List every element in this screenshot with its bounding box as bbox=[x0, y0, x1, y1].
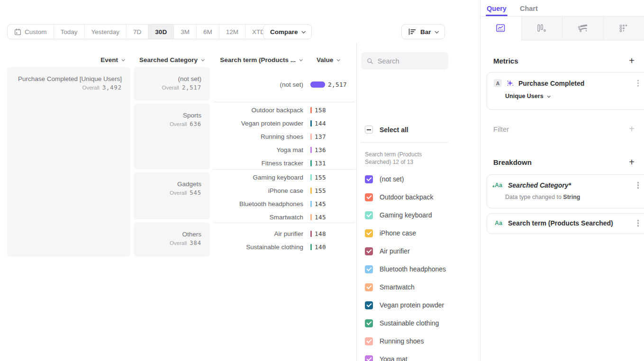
term-group-1: Outdoor backpack158Vegan protein powder1… bbox=[213, 102, 355, 169]
breakdown-card-searched-category[interactable]: Aa* Searched Category* Data type changed… bbox=[487, 174, 644, 208]
tab-chart[interactable]: Chart bbox=[520, 5, 538, 16]
category-overall-value: 2,517 bbox=[182, 84, 201, 91]
legend-checkbox[interactable] bbox=[365, 319, 373, 327]
date-range-7d[interactable]: 7D bbox=[126, 25, 148, 39]
viz-tab-funnels[interactable] bbox=[521, 17, 562, 40]
legend-checkbox[interactable] bbox=[365, 175, 373, 183]
legend-item[interactable]: Yoga mat bbox=[361, 350, 456, 361]
legend-checkbox[interactable] bbox=[365, 301, 373, 309]
term-row[interactable]: iPhone case155 bbox=[213, 184, 355, 197]
term-row[interactable]: Fitness tracker131 bbox=[213, 156, 355, 170]
chart-type-button[interactable]: Bar bbox=[401, 24, 445, 39]
legend-item[interactable]: Smartwatch bbox=[361, 278, 456, 296]
legend-item[interactable]: Air purifier bbox=[361, 242, 456, 260]
add-metric-button[interactable]: + bbox=[629, 56, 635, 65]
legend-item[interactable]: Bluetooth headphones bbox=[361, 260, 456, 278]
date-range-3m[interactable]: 3M bbox=[173, 25, 196, 39]
legend-item[interactable]: Sustainable clothing bbox=[361, 314, 456, 332]
add-breakdown-button[interactable]: + bbox=[629, 157, 635, 167]
tab-query[interactable]: Query bbox=[487, 5, 507, 16]
value-label: 155 bbox=[315, 174, 326, 181]
chevron-down-icon bbox=[299, 58, 303, 61]
value-label: 145 bbox=[315, 214, 326, 221]
legend-checkbox[interactable] bbox=[365, 283, 373, 291]
app-root: CustomTodayYesterday7D30D3M6M12MXTD Comp… bbox=[0, 0, 644, 361]
term-row[interactable]: Yoga mat136 bbox=[213, 143, 355, 156]
category-cell-0[interactable]: (not set)Overall2,517 bbox=[134, 67, 210, 100]
date-range-30d[interactable]: 30D bbox=[148, 25, 173, 39]
category-cell-2[interactable]: GadgetsOverall545 bbox=[134, 172, 210, 219]
category-overall-value: 384 bbox=[190, 240, 201, 246]
breakdown-more-options-icon[interactable] bbox=[637, 222, 639, 224]
term-row[interactable]: Gaming keyboard155 bbox=[213, 171, 355, 184]
legend-item-label: Running shoes bbox=[380, 337, 424, 345]
column-header-searched-category[interactable]: Searched Category bbox=[134, 55, 204, 64]
legend-checkbox[interactable] bbox=[365, 193, 373, 201]
legend-search-box bbox=[361, 52, 448, 70]
legend-item[interactable]: Running shoes bbox=[361, 332, 456, 350]
insights-chart-icon bbox=[496, 24, 505, 32]
breakdown-card-search-term[interactable]: Aa Search term (Products Searched) bbox=[487, 213, 644, 234]
select-all-row[interactable]: Select all bbox=[365, 126, 408, 134]
breakdown-property-name: Search term (Products Searched) bbox=[508, 219, 630, 227]
chevron-down-icon bbox=[201, 58, 205, 61]
date-range-label: 12M bbox=[226, 28, 238, 36]
legend-item[interactable]: Outdoor backpack bbox=[361, 188, 456, 206]
legend-checkbox[interactable] bbox=[365, 211, 373, 219]
column-header-value[interactable]: Value bbox=[317, 55, 341, 64]
legend-checkbox[interactable] bbox=[365, 265, 373, 273]
term-row[interactable]: Sustainable clothing140 bbox=[213, 240, 355, 253]
term-row[interactable]: Smartwatch145 bbox=[213, 210, 355, 224]
term-label: Air purifier bbox=[213, 230, 303, 237]
date-range-6m[interactable]: 6M bbox=[196, 25, 219, 39]
date-range-today[interactable]: Today bbox=[54, 25, 84, 39]
metric-card[interactable]: A Purchase Completed Unique Users bbox=[487, 72, 644, 110]
date-range-label: 3M bbox=[181, 28, 190, 36]
date-range-custom[interactable]: Custom bbox=[8, 25, 54, 39]
column-header-search-term[interactable]: Search term (Products ... bbox=[213, 55, 302, 64]
overall-label: Overall bbox=[170, 240, 187, 246]
term-row[interactable]: Bluetooth headphones145 bbox=[213, 197, 355, 210]
metrics-header: Metrics + bbox=[493, 56, 635, 65]
date-range-label: 6M bbox=[203, 28, 212, 36]
string-property-icon: Aa* bbox=[494, 182, 503, 189]
term-row[interactable]: Air purifier148 bbox=[213, 227, 355, 240]
legend-checkbox[interactable] bbox=[365, 247, 373, 255]
dots-grid-icon bbox=[619, 24, 628, 32]
legend-item[interactable]: iPhone case bbox=[361, 224, 456, 242]
overall-label: Overall bbox=[170, 190, 187, 196]
event-cell[interactable]: Purchase Completed [Unique Users] Overal… bbox=[7, 67, 130, 257]
category-cell-3[interactable]: OthersOverall384 bbox=[134, 223, 210, 257]
aggregation-selector[interactable]: Unique Users bbox=[487, 87, 644, 99]
search-input[interactable] bbox=[378, 57, 443, 65]
value-bar bbox=[310, 174, 312, 180]
visualization-tabs bbox=[481, 17, 644, 40]
breakdown-heading: Breakdown bbox=[493, 158, 532, 166]
term-row[interactable]: (not set)2,517 bbox=[213, 67, 355, 102]
date-range-12m[interactable]: 12M bbox=[219, 25, 245, 39]
term-row[interactable]: Outdoor backpack158 bbox=[213, 103, 355, 117]
date-range-yesterday[interactable]: Yesterday bbox=[84, 25, 127, 39]
term-row[interactable]: Vegan protein powder144 bbox=[213, 117, 355, 130]
add-filter-button[interactable]: + bbox=[629, 124, 635, 134]
legend-checkbox[interactable] bbox=[365, 337, 373, 345]
term-row[interactable]: Running shoes137 bbox=[213, 130, 355, 143]
legend-checkbox[interactable] bbox=[365, 229, 373, 237]
viz-tab-flows[interactable] bbox=[562, 17, 603, 40]
legend-item[interactable]: Vegan protein powder bbox=[361, 296, 456, 314]
column-header-event[interactable]: Event bbox=[47, 55, 124, 64]
value-bar bbox=[310, 201, 312, 207]
select-all-checkbox[interactable] bbox=[365, 126, 373, 134]
compare-button[interactable]: Compare bbox=[263, 24, 312, 39]
horizontal-bar-chart-icon bbox=[408, 28, 417, 35]
category-overall: Overall545 bbox=[134, 190, 201, 196]
viz-tab-insights[interactable] bbox=[481, 17, 521, 40]
viz-tab-retention[interactable] bbox=[603, 17, 644, 40]
metric-more-options-icon[interactable] bbox=[637, 82, 639, 84]
legend-item[interactable]: (not set) bbox=[361, 170, 456, 188]
flow-waves-icon bbox=[578, 24, 588, 32]
category-cell-1[interactable]: SportsOverall636 bbox=[134, 104, 210, 169]
legend-checkbox[interactable] bbox=[365, 355, 373, 361]
breakdown-more-options-icon[interactable] bbox=[637, 184, 639, 186]
legend-item[interactable]: Gaming keyboard bbox=[361, 206, 456, 224]
